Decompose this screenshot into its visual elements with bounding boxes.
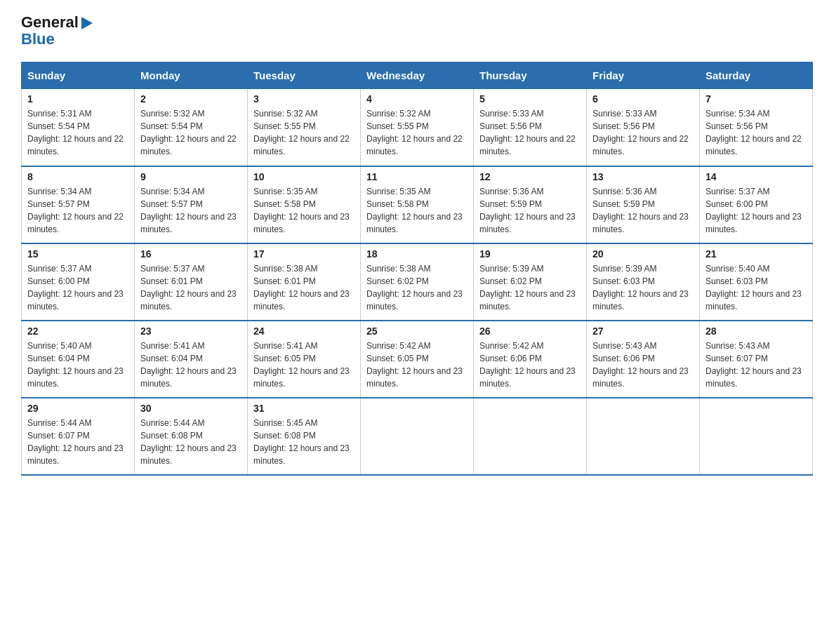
- day-header-tuesday: Tuesday: [248, 62, 361, 89]
- day-number: 6: [593, 93, 694, 105]
- day-number: 19: [479, 248, 581, 260]
- calendar-week-row: 29Sunrise: 5:44 AMSunset: 6:07 PMDayligh…: [22, 398, 813, 475]
- calendar-cell: 18Sunrise: 5:38 AMSunset: 6:02 PMDayligh…: [361, 243, 474, 321]
- calendar-cell: 5Sunrise: 5:33 AMSunset: 5:56 PMDaylight…: [474, 89, 587, 166]
- calendar-cell: 8Sunrise: 5:34 AMSunset: 5:57 PMDaylight…: [22, 166, 135, 243]
- calendar-cell: 1Sunrise: 5:31 AMSunset: 5:54 PMDaylight…: [22, 89, 135, 166]
- calendar-cell: 14Sunrise: 5:37 AMSunset: 6:00 PMDayligh…: [700, 166, 813, 243]
- calendar-cell: 3Sunrise: 5:32 AMSunset: 5:55 PMDaylight…: [248, 89, 361, 166]
- day-number: 7: [706, 93, 807, 105]
- day-info: Sunrise: 5:43 AMSunset: 6:07 PMDaylight:…: [706, 340, 807, 390]
- day-info: Sunrise: 5:41 AMSunset: 6:05 PMDaylight:…: [253, 340, 355, 390]
- calendar-cell: 20Sunrise: 5:39 AMSunset: 6:03 PMDayligh…: [587, 243, 700, 321]
- svg-marker-0: [81, 17, 93, 29]
- calendar-cell: 9Sunrise: 5:34 AMSunset: 5:57 PMDaylight…: [135, 166, 248, 243]
- day-info: Sunrise: 5:32 AMSunset: 5:55 PMDaylight:…: [366, 107, 468, 158]
- day-number: 13: [593, 171, 694, 182]
- day-number: 18: [366, 248, 468, 260]
- calendar-cell: 15Sunrise: 5:37 AMSunset: 6:00 PMDayligh…: [22, 243, 135, 321]
- day-info: Sunrise: 5:37 AMSunset: 6:01 PMDaylight:…: [140, 262, 241, 313]
- day-header-wednesday: Wednesday: [361, 62, 474, 89]
- day-number: 27: [593, 326, 694, 337]
- day-number: 12: [479, 171, 581, 182]
- calendar-cell: 4Sunrise: 5:32 AMSunset: 5:55 PMDaylight…: [361, 89, 474, 166]
- calendar-cell: 29Sunrise: 5:44 AMSunset: 6:07 PMDayligh…: [22, 398, 135, 475]
- calendar-week-row: 8Sunrise: 5:34 AMSunset: 5:57 PMDaylight…: [22, 166, 813, 243]
- calendar-cell: 7Sunrise: 5:34 AMSunset: 5:56 PMDaylight…: [700, 89, 813, 166]
- day-info: Sunrise: 5:42 AMSunset: 6:05 PMDaylight:…: [366, 340, 468, 390]
- calendar-cell: 11Sunrise: 5:35 AMSunset: 5:58 PMDayligh…: [361, 166, 474, 243]
- day-number: 25: [366, 326, 468, 337]
- day-number: 9: [140, 171, 241, 182]
- calendar-cell: 17Sunrise: 5:38 AMSunset: 6:01 PMDayligh…: [248, 243, 361, 321]
- day-info: Sunrise: 5:39 AMSunset: 6:02 PMDaylight:…: [479, 262, 581, 313]
- day-info: Sunrise: 5:44 AMSunset: 6:08 PMDaylight:…: [140, 417, 241, 467]
- day-info: Sunrise: 5:34 AMSunset: 5:57 PMDaylight:…: [27, 185, 128, 236]
- logo: General Blue: [21, 14, 94, 48]
- day-info: Sunrise: 5:45 AMSunset: 6:08 PMDaylight:…: [253, 417, 355, 467]
- day-info: Sunrise: 5:41 AMSunset: 6:04 PMDaylight:…: [140, 340, 241, 390]
- calendar-cell: 22Sunrise: 5:40 AMSunset: 6:04 PMDayligh…: [22, 321, 135, 398]
- calendar-cell: 28Sunrise: 5:43 AMSunset: 6:07 PMDayligh…: [700, 321, 813, 398]
- logo-arrow-icon: [79, 15, 94, 31]
- day-number: 1: [27, 93, 128, 105]
- calendar-cell: 24Sunrise: 5:41 AMSunset: 6:05 PMDayligh…: [248, 321, 361, 398]
- day-info: Sunrise: 5:38 AMSunset: 6:02 PMDaylight:…: [366, 262, 468, 313]
- day-info: Sunrise: 5:37 AMSunset: 6:00 PMDaylight:…: [27, 262, 128, 313]
- calendar-cell: 30Sunrise: 5:44 AMSunset: 6:08 PMDayligh…: [135, 398, 248, 475]
- day-info: Sunrise: 5:38 AMSunset: 6:01 PMDaylight:…: [253, 262, 355, 313]
- calendar-cell: [700, 398, 813, 475]
- day-info: Sunrise: 5:32 AMSunset: 5:54 PMDaylight:…: [140, 107, 241, 158]
- logo-blue-text: Blue: [21, 30, 55, 48]
- day-number: 17: [253, 248, 355, 260]
- day-number: 2: [140, 93, 241, 105]
- day-info: Sunrise: 5:36 AMSunset: 5:59 PMDaylight:…: [479, 185, 581, 236]
- calendar-week-row: 1Sunrise: 5:31 AMSunset: 5:54 PMDaylight…: [22, 89, 813, 166]
- day-info: Sunrise: 5:36 AMSunset: 5:59 PMDaylight:…: [593, 185, 694, 236]
- calendar-cell: 19Sunrise: 5:39 AMSunset: 6:02 PMDayligh…: [474, 243, 587, 321]
- day-number: 10: [253, 171, 355, 182]
- day-number: 16: [140, 248, 241, 260]
- logo-general-text: General: [21, 14, 79, 31]
- calendar-cell: 26Sunrise: 5:42 AMSunset: 6:06 PMDayligh…: [474, 321, 587, 398]
- day-number: 3: [253, 93, 355, 105]
- day-info: Sunrise: 5:35 AMSunset: 5:58 PMDaylight:…: [253, 185, 355, 236]
- day-info: Sunrise: 5:33 AMSunset: 5:56 PMDaylight:…: [479, 107, 581, 158]
- calendar-cell: 31Sunrise: 5:45 AMSunset: 6:08 PMDayligh…: [248, 398, 361, 475]
- day-info: Sunrise: 5:34 AMSunset: 5:57 PMDaylight:…: [140, 185, 241, 236]
- calendar-cell: 13Sunrise: 5:36 AMSunset: 5:59 PMDayligh…: [587, 166, 700, 243]
- day-number: 28: [706, 326, 807, 337]
- day-number: 30: [140, 403, 241, 414]
- calendar-cell: [587, 398, 700, 475]
- day-number: 11: [366, 171, 468, 182]
- calendar-cell: 6Sunrise: 5:33 AMSunset: 5:56 PMDaylight…: [587, 89, 700, 166]
- calendar-cell: 21Sunrise: 5:40 AMSunset: 6:03 PMDayligh…: [700, 243, 813, 321]
- day-number: 8: [27, 171, 128, 182]
- day-info: Sunrise: 5:33 AMSunset: 5:56 PMDaylight:…: [593, 107, 694, 158]
- day-info: Sunrise: 5:43 AMSunset: 6:06 PMDaylight:…: [593, 340, 694, 390]
- calendar-cell: [361, 398, 474, 475]
- day-number: 4: [366, 93, 468, 105]
- day-info: Sunrise: 5:31 AMSunset: 5:54 PMDaylight:…: [27, 107, 128, 158]
- day-number: 26: [479, 326, 581, 337]
- calendar-cell: 25Sunrise: 5:42 AMSunset: 6:05 PMDayligh…: [361, 321, 474, 398]
- day-number: 24: [253, 326, 355, 337]
- day-number: 14: [706, 171, 807, 182]
- calendar-cell: 27Sunrise: 5:43 AMSunset: 6:06 PMDayligh…: [587, 321, 700, 398]
- day-header-saturday: Saturday: [700, 62, 813, 89]
- day-number: 23: [140, 326, 241, 337]
- calendar-cell: 23Sunrise: 5:41 AMSunset: 6:04 PMDayligh…: [135, 321, 248, 398]
- day-header-monday: Monday: [135, 62, 248, 89]
- calendar-table: SundayMondayTuesdayWednesdayThursdayFrid…: [21, 62, 813, 476]
- page-header: General Blue: [21, 14, 813, 48]
- day-header-sunday: Sunday: [22, 62, 135, 89]
- day-number: 29: [27, 403, 128, 414]
- day-info: Sunrise: 5:39 AMSunset: 6:03 PMDaylight:…: [593, 262, 694, 313]
- day-info: Sunrise: 5:44 AMSunset: 6:07 PMDaylight:…: [27, 417, 128, 467]
- day-number: 31: [253, 403, 355, 414]
- calendar-week-row: 22Sunrise: 5:40 AMSunset: 6:04 PMDayligh…: [22, 321, 813, 398]
- day-header-thursday: Thursday: [474, 62, 587, 89]
- day-info: Sunrise: 5:40 AMSunset: 6:03 PMDaylight:…: [706, 262, 807, 313]
- calendar-week-row: 15Sunrise: 5:37 AMSunset: 6:00 PMDayligh…: [22, 243, 813, 321]
- day-info: Sunrise: 5:40 AMSunset: 6:04 PMDaylight:…: [27, 340, 128, 390]
